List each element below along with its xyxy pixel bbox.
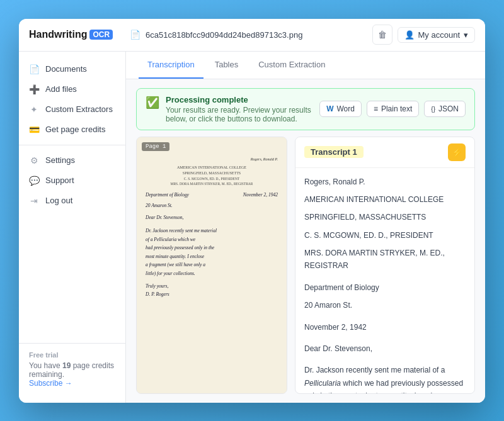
transcript-line: MRS. DORA MARTIN STRYKER, M. ED., REGIST… bbox=[304, 247, 466, 272]
sidebar-item-label: Settings bbox=[45, 155, 75, 165]
sidebar-item-support[interactable]: 💬 Support bbox=[19, 171, 125, 191]
sidebar-divider bbox=[19, 145, 125, 145]
tab-tables[interactable]: Tables bbox=[206, 52, 248, 79]
delete-icon: 🗑 bbox=[378, 30, 387, 40]
download-json-button[interactable]: {} JSON bbox=[424, 101, 466, 117]
account-label: My account bbox=[418, 30, 460, 40]
json-icon: {} bbox=[431, 106, 435, 113]
logout-icon: ⇥ bbox=[29, 196, 39, 206]
document-image-container: Page 1 Rogers, Ronald P. AMERICAN INTERN… bbox=[137, 137, 287, 393]
letter-top-right: Rogers, Ronald P. bbox=[146, 157, 278, 161]
tab-transcription[interactable]: Transcription bbox=[139, 52, 203, 79]
sidebar-item-label: Support bbox=[45, 176, 74, 185]
processing-banner: ✅ Processing complete Your results are r… bbox=[136, 88, 475, 130]
download-word-button[interactable]: W Word bbox=[319, 101, 362, 117]
sidebar-item-label: Log out bbox=[45, 196, 72, 205]
letter-body-handwriting: Department of Biology November 2, 1942 2… bbox=[146, 191, 278, 299]
logo-handwriting-text: Handwriting bbox=[29, 29, 87, 40]
sidebar-item-settings[interactable]: ⚙ Settings bbox=[19, 150, 125, 171]
transcript-line: AMERICAN INTERNATIONAL COLLEGE bbox=[304, 193, 466, 206]
tabs-bar: Transcription Tables Custom Extraction bbox=[126, 52, 485, 79]
sidebar-item-get-page-credits[interactable]: 💳 Get page credits bbox=[19, 120, 125, 140]
logo: HandwritingOCR bbox=[29, 29, 130, 40]
download-buttons: W Word ≡ Plain text {} JSON bbox=[319, 101, 466, 117]
filename: 6ca51c818bfcc9d094dd24bed89713c3.png bbox=[146, 30, 302, 40]
header-file-info: 📄 6ca51c818bfcc9d094dd24bed89713c3.png bbox=[130, 30, 372, 40]
sidebar-item-label: Custom Extractors bbox=[45, 104, 113, 114]
json-label: JSON bbox=[438, 104, 459, 113]
sidebar-item-log-out[interactable]: ⇥ Log out bbox=[19, 191, 125, 211]
transcript-body: Rogers, Ronald P. AMERICAN INTERNATIONAL… bbox=[295, 168, 474, 393]
header-actions: 🗑 👤 My account ▾ bbox=[372, 25, 475, 45]
transcript-line: Rogers, Ronald P. bbox=[304, 176, 466, 188]
banner-description: Your results are ready. Preview your res… bbox=[166, 106, 319, 123]
add-files-icon: ➕ bbox=[29, 84, 39, 94]
letter-paper: Page 1 Rogers, Ronald P. AMERICAN INTERN… bbox=[137, 137, 287, 393]
plaintext-icon: ≡ bbox=[374, 104, 378, 113]
transcript-header: Transcript 1 ⚡ bbox=[295, 137, 474, 168]
page-label: Page 1 bbox=[142, 142, 169, 151]
content-area: Transcription Tables Custom Extraction ✅… bbox=[126, 52, 485, 403]
credits-desc-text: You have bbox=[29, 361, 60, 370]
logo-ocr-badge: OCR bbox=[89, 30, 113, 40]
transcript-line: Department of Biology bbox=[304, 281, 466, 294]
sidebar-item-custom-extractors[interactable]: ✦ Custom Extractors bbox=[19, 99, 125, 120]
settings-icon: ⚙ bbox=[29, 155, 39, 166]
banner-title: Processing complete bbox=[166, 95, 319, 104]
support-icon: 💬 bbox=[29, 176, 39, 186]
credits-description: You have 19 page credits remaining. bbox=[29, 361, 115, 379]
account-avatar-icon: 👤 bbox=[404, 30, 415, 40]
app-window: HandwritingOCR 📄 6ca51c818bfcc9d094dd24b… bbox=[19, 19, 485, 403]
sidebar-item-label: Documents bbox=[45, 64, 87, 74]
flash-icon: ⚡ bbox=[452, 147, 462, 157]
account-button[interactable]: 👤 My account ▾ bbox=[398, 27, 475, 43]
delete-button[interactable]: 🗑 bbox=[372, 25, 392, 45]
transcript-line: SPRINGFIELD, MASSACHUSETTS bbox=[304, 211, 466, 223]
banner-text: Processing complete Your results are rea… bbox=[166, 95, 319, 123]
header: HandwritingOCR 📄 6ca51c818bfcc9d094dd24b… bbox=[19, 19, 485, 52]
sidebar-nav: 📄 Documents ➕ Add files ✦ Custom Extract… bbox=[19, 59, 125, 343]
transcript-line: November 2, 1942 bbox=[304, 321, 466, 334]
transcript-line: 20 Amaron St. bbox=[304, 299, 466, 312]
success-check-icon: ✅ bbox=[146, 96, 159, 109]
main-layout: 📄 Documents ➕ Add files ✦ Custom Extract… bbox=[19, 52, 485, 403]
banner-content: ✅ Processing complete Your results are r… bbox=[146, 95, 319, 123]
letter-institution: AMERICAN INTERNATIONAL COLLEGE SPRINGFIE… bbox=[146, 165, 278, 187]
transcript-line: Dear Dr. Stevenson, bbox=[304, 342, 466, 355]
transcript-line: C. S. MCGOWN, ED. D., PRESIDENT bbox=[304, 229, 466, 242]
subscribe-link[interactable]: Subscribe → bbox=[29, 379, 115, 388]
documents-icon: 📄 bbox=[29, 64, 39, 74]
plaintext-label: Plain text bbox=[381, 104, 412, 113]
credits-count: 19 bbox=[62, 361, 71, 370]
download-plaintext-button[interactable]: ≡ Plain text bbox=[367, 101, 419, 117]
custom-extractors-icon: ✦ bbox=[29, 104, 39, 115]
sidebar-item-add-files[interactable]: ➕ Add files bbox=[19, 79, 125, 99]
word-label: Word bbox=[336, 104, 354, 113]
sidebar-footer: Free trial You have 19 page credits rema… bbox=[19, 343, 125, 395]
sidebar-item-documents[interactable]: 📄 Documents bbox=[19, 59, 125, 79]
file-icon: 📄 bbox=[130, 30, 140, 40]
results-area: Page 1 Rogers, Ronald P. AMERICAN INTERN… bbox=[126, 137, 485, 403]
transcript-title: Transcript 1 bbox=[304, 146, 364, 158]
sidebar-item-label: Get page credits bbox=[45, 125, 105, 134]
word-icon: W bbox=[326, 104, 333, 113]
document-panel: Page 1 Rogers, Ronald P. AMERICAN INTERN… bbox=[136, 137, 287, 394]
chevron-down-icon: ▾ bbox=[464, 30, 468, 40]
credits-icon: 💳 bbox=[29, 125, 39, 135]
transcript-panel: Transcript 1 ⚡ Rogers, Ronald P. AMERICA… bbox=[295, 137, 475, 394]
flash-button[interactable]: ⚡ bbox=[448, 143, 466, 161]
letter-from: Rogers, Ronald P. bbox=[146, 157, 278, 161]
transcript-paragraph: Dr. Jackson recently sent me material of… bbox=[304, 364, 466, 393]
tab-custom-extraction[interactable]: Custom Extraction bbox=[249, 52, 334, 79]
trial-label: Free trial bbox=[29, 351, 115, 359]
sidebar-item-label: Add files bbox=[45, 84, 77, 94]
sidebar: 📄 Documents ➕ Add files ✦ Custom Extract… bbox=[19, 52, 126, 403]
